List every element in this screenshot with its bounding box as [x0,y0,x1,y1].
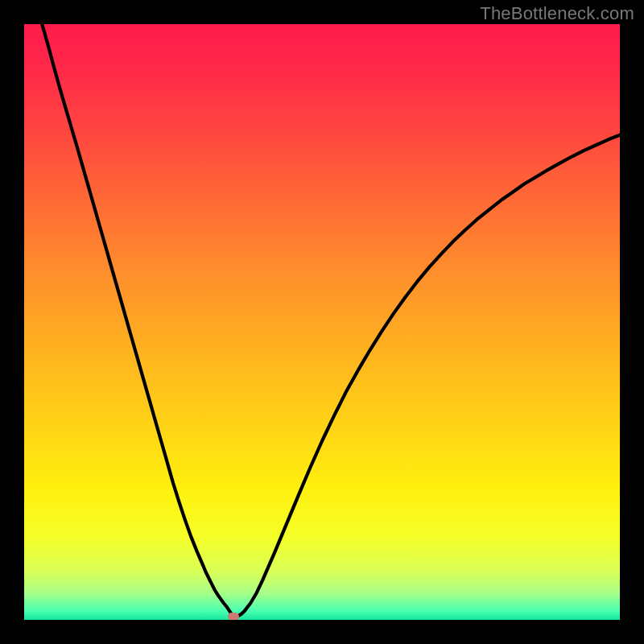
plot-area [24,24,620,620]
chart-frame: TheBottleneck.com [0,0,644,644]
bottleneck-curve [24,24,620,620]
watermark-text: TheBottleneck.com [480,3,634,24]
optimal-point-marker [228,613,239,620]
